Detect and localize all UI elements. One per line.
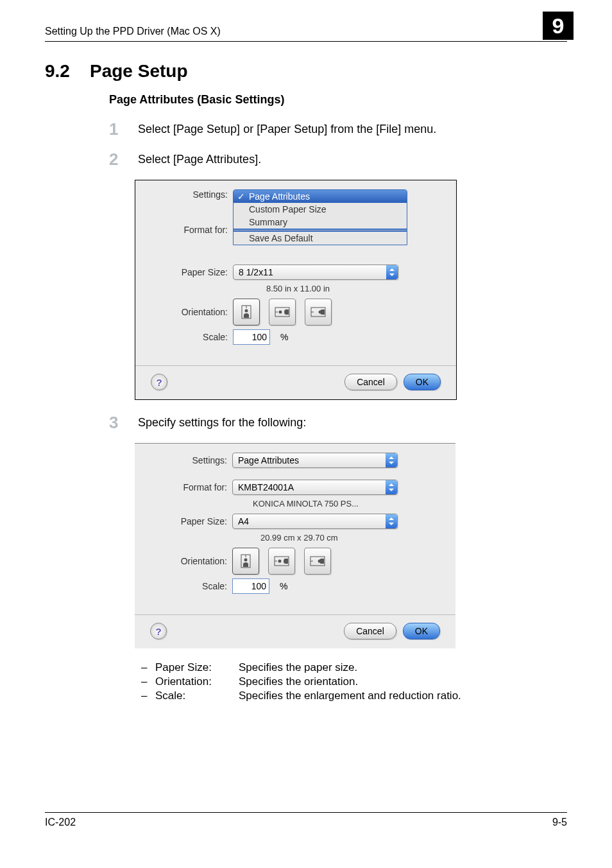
- popup-arrow-icon: [386, 514, 397, 528]
- svg-point-14: [278, 560, 282, 563]
- paper-size-popup[interactable]: 8 1/2x11: [233, 265, 398, 280]
- step-2: 2 Select [Page Attributes].: [109, 150, 567, 169]
- bullet-desc: Specifies the paper size.: [239, 661, 357, 674]
- step-3: 3 Specify settings for the following:: [109, 413, 567, 433]
- step-number: 3: [109, 413, 135, 433]
- portrait-person-icon: [240, 305, 253, 319]
- svg-point-2: [245, 309, 248, 313]
- orientation-landscape-right-button[interactable]: [304, 548, 331, 575]
- menu-separator: [234, 230, 407, 230]
- page-setup-dialog-open-menu: Settings: Page Attributes Custom Paper S…: [135, 180, 457, 400]
- step-number: 2: [109, 150, 135, 169]
- footer-left: IC-202: [45, 817, 76, 828]
- settings-popup-open[interactable]: Page Attributes Custom Paper Size Summar…: [233, 189, 407, 245]
- list-item: – Orientation: Specifies the orientation…: [141, 675, 567, 688]
- section-number: 9.2: [45, 61, 90, 82]
- help-button[interactable]: ?: [150, 623, 167, 639]
- dialog-separator: [135, 365, 456, 366]
- paper-size-label: Paper Size:: [151, 267, 233, 277]
- popup-arrow-icon: [386, 480, 397, 494]
- step-number: 1: [109, 119, 135, 139]
- paper-size-value: A4: [238, 516, 249, 526]
- format-for-popup[interactable]: KMBT24001A: [232, 480, 398, 495]
- section-title-text: Page Setup: [90, 61, 187, 81]
- help-button[interactable]: ?: [151, 374, 167, 390]
- format-for-label: Format for:: [150, 482, 232, 492]
- portrait-person-icon: [239, 554, 252, 568]
- paper-size-value: 8 1/2x11: [239, 267, 273, 277]
- step-text: Select [Page Attributes].: [138, 153, 261, 166]
- definition-list: – Paper Size: Specifies the paper size. …: [141, 661, 567, 702]
- ok-button[interactable]: OK: [403, 623, 440, 639]
- scale-input[interactable]: [232, 578, 269, 594]
- paper-dimensions: 8.50 in x 11.00 in: [266, 284, 441, 293]
- landscape-person-icon: [310, 306, 326, 318]
- page-setup-dialog: Settings: Page Attributes Format for: KM…: [135, 443, 455, 648]
- orientation-label: Orientation:: [151, 307, 233, 317]
- landscape-person-icon: [310, 555, 325, 567]
- page-footer: IC-202 9-5: [45, 812, 567, 828]
- ok-button[interactable]: OK: [404, 374, 441, 390]
- percent-label: %: [280, 332, 288, 342]
- orientation-landscape-left-button[interactable]: [269, 299, 296, 326]
- list-item: – Paper Size: Specifies the paper size.: [141, 661, 567, 674]
- paper-size-label: Paper Size:: [150, 516, 232, 526]
- scale-input[interactable]: [233, 329, 270, 345]
- bullet-desc: Specifies the orientation.: [239, 675, 358, 688]
- settings-label: Settings:: [150, 455, 232, 465]
- cancel-button[interactable]: Cancel: [344, 623, 396, 639]
- bullet-key: Scale:: [155, 690, 239, 702]
- paper-dimensions: 20.99 cm x 29.70 cm: [260, 533, 440, 542]
- orientation-landscape-right-button[interactable]: [305, 299, 332, 326]
- menu-item-page-attributes[interactable]: Page Attributes: [234, 190, 407, 203]
- footer-right: 9-5: [552, 817, 567, 828]
- popup-arrow-icon: [386, 265, 398, 279]
- bullet-key: Paper Size:: [155, 661, 239, 674]
- step-text: Specify settings for the following:: [138, 416, 306, 429]
- settings-popup[interactable]: Page Attributes: [232, 453, 398, 468]
- orientation-landscape-left-button[interactable]: [268, 548, 295, 575]
- menu-item-summary[interactable]: Summary: [234, 216, 407, 229]
- orientation-portrait-button[interactable]: [233, 299, 260, 326]
- percent-label: %: [280, 581, 287, 591]
- dialog-separator: [135, 614, 455, 615]
- landscape-person-icon: [275, 306, 290, 318]
- settings-value: Page Attributes: [238, 455, 299, 465]
- paper-size-popup[interactable]: A4: [232, 514, 398, 529]
- chapter-number-box: 9: [543, 12, 574, 40]
- svg-point-11: [244, 559, 248, 562]
- orientation-label: Orientation:: [150, 556, 232, 566]
- landscape-person-icon: [274, 555, 289, 567]
- running-head: Setting Up the PPD Driver (Mac OS X): [45, 26, 567, 42]
- format-for-value: KMBT24001A: [238, 482, 294, 492]
- section-heading: 9.2Page Setup: [45, 61, 567, 82]
- step-text: Select [Page Setup] or [Paper Setup] fro…: [138, 123, 436, 135]
- scale-label: Scale:: [151, 332, 233, 342]
- settings-label: Settings:: [151, 189, 233, 200]
- menu-item-save-as-default[interactable]: Save As Default: [234, 232, 407, 245]
- bullet-key: Orientation:: [155, 675, 239, 688]
- bullet-desc: Specifies the enlargement and reduction …: [239, 690, 461, 702]
- step-1: 1 Select [Page Setup] or [Paper Setup] f…: [109, 119, 567, 139]
- subsection-heading: Page Attributes (Basic Settings): [109, 93, 567, 107]
- cancel-button[interactable]: Cancel: [344, 374, 397, 390]
- svg-point-5: [279, 311, 282, 314]
- format-for-label: Format for:: [151, 225, 233, 235]
- list-item: – Scale: Specifies the enlargement and r…: [141, 690, 567, 702]
- scale-label: Scale:: [150, 581, 232, 591]
- popup-arrow-icon: [386, 453, 397, 467]
- orientation-portrait-button[interactable]: [232, 548, 259, 575]
- format-for-description: KONICA MINOLTA 750 PS...: [253, 499, 440, 508]
